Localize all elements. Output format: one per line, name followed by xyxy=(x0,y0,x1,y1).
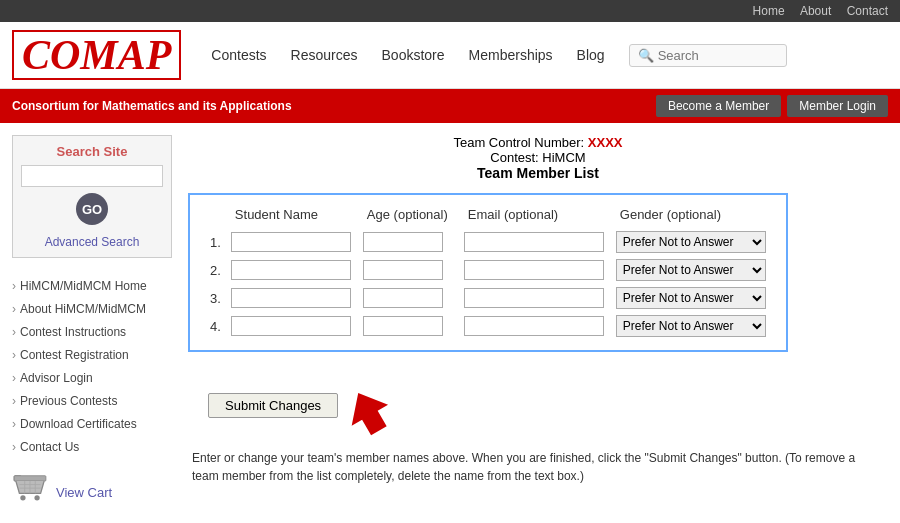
svg-rect-1 xyxy=(14,476,46,481)
advanced-search-link[interactable]: Advanced Search xyxy=(21,235,163,249)
submit-area: Submit Changes xyxy=(208,372,888,439)
row-4-age-cell xyxy=(357,312,458,340)
red-arrow-icon xyxy=(340,386,395,439)
col-age-header: Age (optional) xyxy=(357,205,458,228)
view-cart-link[interactable]: View Cart xyxy=(56,485,112,500)
row-3-age-input[interactable] xyxy=(363,288,443,308)
row-2-age-cell xyxy=(357,256,458,284)
banner-tagline: Consortium for Mathematics and its Appli… xyxy=(12,99,292,113)
row-1-email-cell xyxy=(458,228,610,256)
sidebar-nav: HiMCM/MidMCM Home About HiMCM/MidMCM Con… xyxy=(12,274,172,458)
svg-marker-9 xyxy=(340,386,395,436)
row-1-age-cell xyxy=(357,228,458,256)
member-login-button[interactable]: Member Login xyxy=(787,95,888,117)
nav-blog[interactable]: Blog xyxy=(577,47,605,63)
become-member-button[interactable]: Become a Member xyxy=(656,95,781,117)
row-3-email-cell xyxy=(458,284,610,312)
row-1-name-cell xyxy=(225,228,357,256)
search-icon: 🔍 xyxy=(638,48,654,63)
cart-area: View Cart xyxy=(12,474,172,510)
table-row: 3. Prefer Not to Answer Male Female Non-… xyxy=(204,284,772,312)
nav-memberships[interactable]: Memberships xyxy=(469,47,553,63)
row-2-age-input[interactable] xyxy=(363,260,443,280)
row-1-gender-cell: Prefer Not to Answer Male Female Non-bin… xyxy=(610,228,772,256)
svg-point-3 xyxy=(34,495,39,500)
table-row: 4. Prefer Not to Answer Male Female Non-… xyxy=(204,312,772,340)
control-number-line: Team Control Number: XXXX xyxy=(188,135,888,150)
sidebar-item-about-himcm[interactable]: About HiMCM/MidMCM xyxy=(12,297,172,320)
row-1-gender-select[interactable]: Prefer Not to Answer Male Female Non-bin… xyxy=(616,231,766,253)
banner-buttons: Become a Member Member Login xyxy=(656,95,888,117)
top-bar: Home About Contact xyxy=(0,0,900,22)
sidebar-item-contact-us[interactable]: Contact Us xyxy=(12,435,172,458)
team-table: Student Name Age (optional) Email (optio… xyxy=(204,205,772,340)
row-3-name-cell xyxy=(225,284,357,312)
row-4-email-input[interactable] xyxy=(464,316,604,336)
row-2-num: 2. xyxy=(204,256,225,284)
row-3-gender-select[interactable]: Prefer Not to Answer Male Female Non-bin… xyxy=(616,287,766,309)
sidebar-item-advisor-login[interactable]: Advisor Login xyxy=(12,366,172,389)
row-2-email-input[interactable] xyxy=(464,260,604,280)
table-row: 2. Prefer Not to Answer Male Female Non-… xyxy=(204,256,772,284)
search-site-title: Search Site xyxy=(21,144,163,159)
content-area: Team Control Number: XXXX Contest: HiMCM… xyxy=(188,135,888,510)
logo: COMAP xyxy=(12,30,181,80)
row-4-gender-select[interactable]: Prefer Not to Answer Male Female Non-bin… xyxy=(616,315,766,337)
cart-icon xyxy=(12,474,48,510)
row-1-name-input[interactable] xyxy=(231,232,351,252)
row-4-gender-cell: Prefer Not to Answer Male Female Non-bin… xyxy=(610,312,772,340)
topbar-contact-link[interactable]: Contact xyxy=(847,4,888,18)
col-gender-header: Gender (optional) xyxy=(610,205,772,228)
sidebar-item-previous-contests[interactable]: Previous Contests xyxy=(12,389,172,412)
table-row: 1. Prefer Not to Answer Male Female Non-… xyxy=(204,228,772,256)
row-4-email-cell xyxy=(458,312,610,340)
sidebar-item-download-certificates[interactable]: Download Certificates xyxy=(12,412,172,435)
row-2-name-cell xyxy=(225,256,357,284)
main-nav: Contests Resources Bookstore Memberships… xyxy=(211,44,888,67)
row-4-name-cell xyxy=(225,312,357,340)
nav-resources[interactable]: Resources xyxy=(291,47,358,63)
search-input[interactable] xyxy=(658,48,778,63)
row-2-gender-select[interactable]: Prefer Not to Answer Male Female Non-bin… xyxy=(616,259,766,281)
nav-contests[interactable]: Contests xyxy=(211,47,266,63)
team-header: Team Control Number: XXXX Contest: HiMCM… xyxy=(188,135,888,181)
row-1-age-input[interactable] xyxy=(363,232,443,252)
topbar-home-link[interactable]: Home xyxy=(753,4,785,18)
row-1-num: 1. xyxy=(204,228,225,256)
list-title: Team Member List xyxy=(188,165,888,181)
search-box[interactable]: 🔍 xyxy=(629,44,787,67)
sidebar-item-himcm-home[interactable]: HiMCM/MidMCM Home xyxy=(12,274,172,297)
go-button[interactable]: GO xyxy=(76,193,108,225)
row-2-name-input[interactable] xyxy=(231,260,351,280)
col-email-header: Email (optional) xyxy=(458,205,610,228)
row-2-gender-cell: Prefer Not to Answer Male Female Non-bin… xyxy=(610,256,772,284)
submit-changes-button[interactable]: Submit Changes xyxy=(208,393,338,418)
row-3-name-input[interactable] xyxy=(231,288,351,308)
main-layout: Search Site GO Advanced Search HiMCM/Mid… xyxy=(0,123,900,522)
row-3-num: 3. xyxy=(204,284,225,312)
row-1-email-input[interactable] xyxy=(464,232,604,252)
nav-bookstore[interactable]: Bookstore xyxy=(382,47,445,63)
sidebar-item-contest-registration[interactable]: Contest Registration xyxy=(12,343,172,366)
row-4-age-input[interactable] xyxy=(363,316,443,336)
col-name-header: Student Name xyxy=(225,205,357,228)
row-4-name-input[interactable] xyxy=(231,316,351,336)
red-banner: Consortium for Mathematics and its Appli… xyxy=(0,89,900,123)
contest-name: Contest: HiMCM xyxy=(188,150,888,165)
col-num-header xyxy=(204,205,225,228)
row-3-gender-cell: Prefer Not to Answer Male Female Non-bin… xyxy=(610,284,772,312)
sidebar-item-contest-instructions[interactable]: Contest Instructions xyxy=(12,320,172,343)
topbar-about-link[interactable]: About xyxy=(800,4,831,18)
instructions-text: Enter or change your team's member names… xyxy=(192,449,872,485)
logo-area: COMAP xyxy=(12,30,181,80)
sidebar: Search Site GO Advanced Search HiMCM/Mid… xyxy=(12,135,172,510)
team-table-wrapper: Student Name Age (optional) Email (optio… xyxy=(188,193,788,352)
control-number-value: XXXX xyxy=(588,135,623,150)
svg-point-2 xyxy=(20,495,25,500)
row-3-email-input[interactable] xyxy=(464,288,604,308)
control-number-label: Team Control Number: xyxy=(453,135,584,150)
search-site-box: Search Site GO Advanced Search xyxy=(12,135,172,258)
site-search-input[interactable] xyxy=(21,165,163,187)
row-4-num: 4. xyxy=(204,312,225,340)
row-2-email-cell xyxy=(458,256,610,284)
